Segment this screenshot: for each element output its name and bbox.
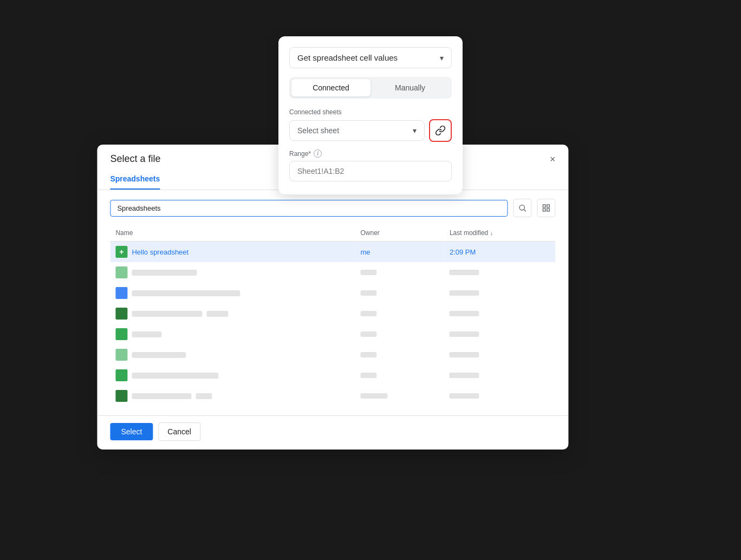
spreadsheet-icon	[115, 369, 127, 381]
dialog-footer: Select Cancel	[97, 415, 568, 450]
manually-toggle-btn[interactable]: Manually	[370, 79, 450, 96]
table-row[interactable]	[110, 283, 555, 303]
mode-toggle-group: Connected Manually	[289, 77, 452, 99]
chevron-down-icon: ▾	[440, 54, 444, 62]
dialog-body: Spreadsheets	[97, 190, 568, 415]
action-dropdown[interactable]: Get spreadsheet cell values ▾	[289, 47, 452, 68]
spreadsheet-icon	[115, 390, 127, 402]
svg-rect-4	[547, 209, 550, 211]
file-table: Name Owner Last modified ↓	[110, 226, 555, 405]
table-row[interactable]	[110, 365, 555, 386]
sheet-chevron-icon: ▾	[413, 126, 417, 135]
col-name-header: Name	[110, 226, 355, 242]
file-name-text: Hello spreadsheet	[132, 248, 188, 256]
table-row[interactable]	[110, 303, 555, 324]
range-label: Range*	[289, 150, 311, 158]
file-owner-cell: me	[355, 242, 444, 263]
info-icon: i	[314, 149, 322, 158]
action-label: Get spreadsheet cell values	[297, 53, 398, 62]
search-row: Spreadsheets	[110, 199, 555, 217]
connected-sheets-label: Connected sheets	[289, 108, 452, 116]
range-input[interactable]	[289, 161, 452, 181]
sheet-row: Select sheet ▾	[289, 119, 452, 142]
spreadsheets-tab[interactable]: Spreadsheets	[110, 170, 160, 190]
connected-toggle-btn[interactable]: Connected	[291, 79, 370, 96]
spreadsheet-icon: +	[115, 246, 127, 258]
file-name-cell	[110, 283, 355, 303]
spreadsheet-icon	[115, 287, 127, 299]
grid-icon	[542, 204, 550, 212]
svg-rect-1	[543, 205, 545, 207]
file-name-cell	[110, 324, 355, 344]
sort-arrow-icon: ↓	[490, 230, 493, 236]
file-name-cell	[110, 386, 355, 405]
select-button[interactable]: Select	[110, 423, 153, 440]
link-icon	[435, 125, 446, 136]
search-input-text: Spreadsheets	[117, 204, 500, 212]
dialog-title: Select a file	[110, 153, 160, 165]
table-row[interactable]	[110, 262, 555, 283]
sheet-select-dropdown[interactable]: Select sheet ▾	[289, 120, 425, 141]
spreadsheet-icon	[115, 349, 127, 361]
svg-rect-2	[547, 205, 550, 207]
file-name-cell	[110, 303, 355, 324]
table-row[interactable]	[110, 324, 555, 344]
file-name-cell	[110, 262, 355, 283]
table-row[interactable]	[110, 386, 555, 405]
svg-rect-3	[543, 209, 545, 211]
spreadsheet-icon	[115, 308, 127, 320]
top-card: Get spreadsheet cell values ▾ Connected …	[278, 36, 463, 194]
sheet-select-placeholder: Select sheet	[297, 126, 339, 135]
file-modified-cell: 2:09 PM	[444, 242, 556, 263]
search-input-wrap[interactable]: Spreadsheets	[110, 200, 508, 217]
table-row[interactable]	[110, 344, 555, 365]
col-modified-header: Last modified ↓	[444, 226, 556, 242]
spreadsheet-icon	[115, 328, 127, 340]
col-owner-header: Owner	[355, 226, 444, 242]
file-name-cell: + Hello spreadsheet	[110, 242, 355, 263]
table-row[interactable]: + Hello spreadsheet me 2:09 PM	[110, 242, 555, 263]
file-table-wrap: Name Owner Last modified ↓	[110, 226, 555, 405]
grid-view-button[interactable]	[537, 199, 555, 217]
search-icon-button[interactable]	[513, 199, 531, 217]
search-icon	[518, 204, 526, 212]
file-name-cell	[110, 344, 355, 365]
spreadsheet-icon	[115, 266, 127, 278]
link-button[interactable]	[429, 119, 452, 142]
cancel-button[interactable]: Cancel	[158, 422, 200, 441]
file-name-cell	[110, 365, 355, 386]
range-row: Range* i	[289, 149, 452, 181]
close-button[interactable]: ×	[550, 154, 556, 164]
